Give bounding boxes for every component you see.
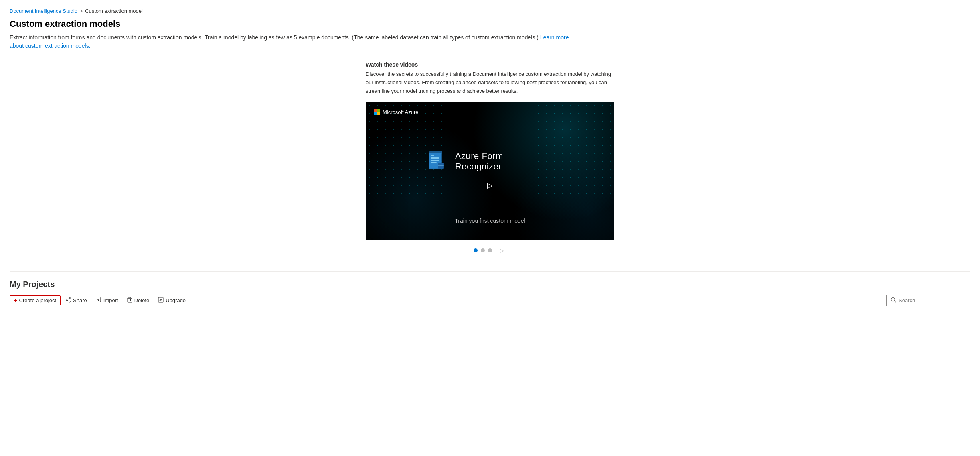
share-icon	[65, 297, 71, 304]
video-icon-area: Azure Form Recognizer	[428, 150, 552, 173]
projects-toolbar: + Create a project Share	[10, 295, 970, 306]
import-button[interactable]: Import	[92, 295, 122, 306]
page-description-text: Extract information from forms and docum…	[10, 34, 539, 41]
upgrade-button[interactable]: Upgrade	[154, 295, 190, 306]
create-project-button[interactable]: + Create a project	[10, 295, 61, 305]
video-thumbnail[interactable]: Microsoft Azure	[366, 102, 614, 240]
svg-rect-3	[431, 160, 439, 161]
upgrade-icon	[158, 297, 164, 304]
svg-rect-4	[431, 162, 437, 163]
breadcrumb-separator: >	[80, 8, 83, 14]
toolbar-left: + Create a project Share	[10, 295, 886, 306]
svg-rect-2	[431, 157, 439, 159]
carousel-dot-3[interactable]	[488, 248, 492, 252]
my-projects-section: My Projects + Create a project	[10, 271, 970, 306]
svg-point-10	[69, 301, 71, 302]
search-box[interactable]	[886, 295, 970, 306]
share-button[interactable]: Share	[61, 295, 91, 306]
my-projects-title: My Projects	[10, 280, 970, 289]
video-info-title: Watch these videos	[366, 61, 614, 68]
create-project-label: Create a project	[19, 297, 57, 303]
svg-line-13	[67, 300, 69, 301]
video-title-text: Azure Form Recognizer	[455, 151, 552, 172]
video-subtitle: Train you first custom model	[455, 218, 525, 224]
page-description: Extract information from forms and docum…	[10, 33, 571, 50]
ms-sq-yellow	[377, 112, 380, 115]
share-label: Share	[73, 297, 87, 303]
plus-icon: +	[14, 297, 17, 303]
search-input[interactable]	[899, 297, 966, 303]
azure-logo-text: Microsoft Azure	[383, 109, 419, 115]
search-icon	[891, 297, 896, 304]
video-center-content: Azure Form Recognizer ▷	[428, 150, 552, 192]
video-doc-icon	[428, 150, 447, 173]
breadcrumb: Document Intelligence Studio > Custom ex…	[10, 8, 970, 14]
video-play-button[interactable]: ▷	[484, 179, 496, 192]
svg-point-27	[891, 298, 895, 301]
video-info: Watch these videos Discover the secrets …	[366, 61, 614, 95]
svg-rect-5	[431, 155, 434, 156]
carousel-dot-1[interactable]	[474, 248, 478, 252]
breadcrumb-parent-link[interactable]: Document Intelligence Studio	[10, 8, 77, 14]
delete-icon	[127, 297, 132, 304]
carousel-dot-2[interactable]	[481, 248, 485, 252]
import-icon	[96, 297, 101, 304]
video-info-description: Discover the secrets to successfully tra…	[366, 70, 614, 95]
delete-button[interactable]: Delete	[123, 295, 154, 306]
page-title: Custom extraction models	[10, 19, 970, 29]
breadcrumb-current: Custom extraction model	[85, 8, 143, 14]
svg-line-12	[67, 299, 69, 300]
svg-line-28	[895, 301, 896, 303]
microsoft-logo	[374, 109, 380, 115]
svg-point-9	[69, 297, 71, 299]
delete-label: Delete	[134, 297, 150, 303]
carousel-next-button[interactable]: ▷	[497, 246, 506, 255]
ms-sq-blue	[374, 112, 377, 115]
upgrade-label: Upgrade	[166, 297, 186, 303]
video-section: Watch these videos Discover the secrets …	[10, 61, 970, 255]
svg-point-11	[66, 299, 67, 301]
ms-sq-green	[377, 109, 380, 112]
video-azure-logo: Microsoft Azure	[374, 109, 419, 115]
carousel-indicators: ▷	[474, 246, 506, 255]
ms-sq-red	[374, 109, 377, 112]
import-label: Import	[103, 297, 118, 303]
svg-rect-18	[128, 298, 132, 302]
